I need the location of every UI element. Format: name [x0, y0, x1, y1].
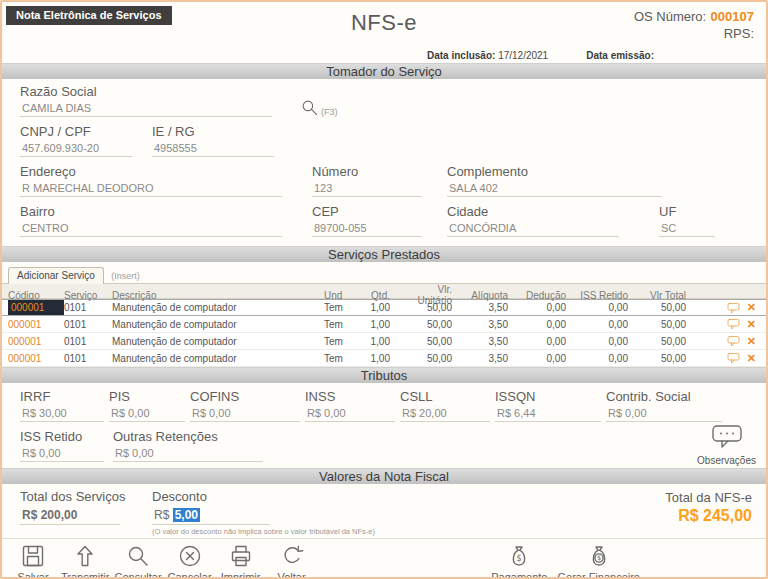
- csll-input[interactable]: R$ 20,00: [400, 407, 490, 422]
- cell-vlr-unitario: 50,00: [404, 319, 466, 330]
- cancelar-button[interactable]: Cancelar: [167, 543, 213, 579]
- cell-descricao: Manutenção de computador: [112, 302, 324, 313]
- cell-codigo: 000001: [8, 353, 64, 364]
- imprimir-button[interactable]: Imprimir: [218, 543, 264, 579]
- cofins-field: COFINS R$ 0,00: [190, 389, 300, 422]
- search-icon: [300, 98, 319, 117]
- bairro-label: Bairro: [20, 204, 282, 219]
- irrf-label: IRRF: [20, 389, 104, 404]
- cnpj-input[interactable]: 457.609.930-20: [20, 142, 132, 157]
- complemento-input[interactable]: SALA 402: [447, 182, 662, 197]
- cell-vlr-unitario: 50,00: [404, 336, 466, 347]
- os-number-label: OS Número:: [634, 9, 706, 24]
- cell-iss-retido: 0,00: [580, 353, 642, 364]
- cell-und: Tem: [324, 302, 360, 313]
- ie-rg-label: IE / RG: [152, 124, 274, 139]
- col-servico: Serviço: [64, 290, 112, 301]
- desconto-selected-text: 5,00: [173, 508, 200, 522]
- cidade-input[interactable]: CONCÓRDIA: [447, 222, 619, 237]
- issqn-input[interactable]: R$ 6,44: [495, 407, 601, 422]
- consultar-button[interactable]: Consultar: [114, 543, 161, 579]
- row-comment-icon[interactable]: [727, 302, 740, 314]
- section-header-valores: Valores da Nota Fiscal: [2, 468, 766, 484]
- row-delete-icon[interactable]: ✕: [747, 302, 756, 313]
- save-icon: [20, 543, 46, 569]
- gerar-financeiro-button[interactable]: $ Gerar Financeiro: [557, 543, 640, 579]
- voltar-button[interactable]: Voltar: [269, 543, 315, 579]
- csll-field: CSLL R$ 20,00: [400, 389, 490, 422]
- table-row[interactable]: 000001 0101 Manutenção de computador Tem…: [2, 299, 766, 316]
- table-row[interactable]: 000001 0101 Manutenção de computador Tem…: [2, 333, 766, 350]
- servicos-tabrow: Adicionar Serviço (Insert): [2, 262, 766, 283]
- toolbar: Salvar Transmitir Consultar Cancelar: [2, 538, 766, 579]
- ie-rg-input[interactable]: 4958555: [152, 142, 274, 157]
- cell-und: Tem: [324, 353, 360, 364]
- cell-aliquota: 3,50: [466, 319, 522, 330]
- row-delete-icon[interactable]: ✕: [747, 319, 756, 330]
- salvar-button[interactable]: Salvar: [10, 543, 56, 579]
- row-comment-icon[interactable]: [727, 352, 740, 364]
- pis-input[interactable]: R$ 0,00: [109, 407, 185, 422]
- cell-iss-retido: 0,00: [580, 319, 642, 330]
- data-inclusao-label: Data inclusão:: [427, 50, 495, 61]
- bairro-input[interactable]: CENTRO: [20, 222, 282, 237]
- svg-text:$: $: [597, 554, 601, 562]
- cell-und: Tem: [324, 319, 360, 330]
- consultar-label: Consultar: [114, 571, 161, 579]
- inss-input[interactable]: R$ 0,00: [305, 407, 395, 422]
- cell-vlr-total: 50,00: [642, 353, 700, 364]
- data-emissao-label: Data emissão:: [586, 50, 654, 61]
- col-qtd: Qtd.: [360, 290, 404, 301]
- observacoes-button[interactable]: Observações: [697, 423, 756, 466]
- iss-retido-input[interactable]: R$ 0,00: [20, 447, 104, 462]
- data-emissao: Data emissão:: [586, 50, 654, 61]
- cancelar-label: Cancelar: [168, 571, 212, 579]
- irrf-input[interactable]: R$ 30,00: [20, 407, 104, 422]
- cell-descricao: Manutenção de computador: [112, 319, 324, 330]
- endereco-field: Endereço R MARECHAL DEODORO: [20, 164, 282, 197]
- rps-label: RPS:: [634, 25, 754, 42]
- cep-input[interactable]: 89700-055: [312, 222, 422, 237]
- customer-search-button[interactable]: (F3): [300, 98, 338, 117]
- transmitir-button[interactable]: Transmitir: [61, 543, 109, 579]
- endereco-input[interactable]: R MARECHAL DEODORO: [20, 182, 282, 197]
- cell-deducao: 0,00: [522, 319, 580, 330]
- table-row[interactable]: 000001 0101 Manutenção de computador Tem…: [2, 350, 766, 367]
- pagamento-button[interactable]: $ Pagamento: [491, 543, 547, 579]
- numero-input[interactable]: 123: [312, 182, 422, 197]
- total-nfse-value: R$ 245,00: [665, 507, 752, 525]
- inss-field: INSS R$ 0,00: [305, 389, 395, 422]
- cell-iss-retido: 0,00: [580, 302, 642, 313]
- os-number-value: 000107: [711, 9, 754, 24]
- contrib-social-label: Contrib. Social: [606, 389, 722, 404]
- contrib-social-input[interactable]: R$ 0,00: [606, 407, 722, 422]
- desconto-field: Desconto R$ 5,00 (O valor do desconto nã…: [152, 489, 375, 536]
- svg-text:$: $: [517, 553, 522, 563]
- table-row[interactable]: 000001 0101 Manutenção de computador Tem…: [2, 316, 766, 333]
- razao-social-label: Razão Social: [20, 84, 272, 99]
- toolbar-right-group: $ Pagamento $ Gerar Financeiro: [491, 543, 640, 579]
- irrf-field: IRRF R$ 30,00: [20, 389, 104, 422]
- total-servicos-value: R$ 200,00: [20, 507, 120, 525]
- row-comment-icon[interactable]: [727, 318, 740, 330]
- row-delete-icon[interactable]: ✕: [747, 353, 756, 364]
- pagamento-label: Pagamento: [491, 571, 547, 579]
- cell-vlr-unitario: 50,00: [404, 302, 466, 313]
- outras-retencoes-input[interactable]: R$ 0,00: [113, 447, 263, 462]
- cell-und: Tem: [324, 336, 360, 347]
- row-delete-icon[interactable]: ✕: [747, 336, 756, 347]
- bairro-field: Bairro CENTRO: [20, 204, 282, 237]
- razao-social-input[interactable]: CAMILA DIAS: [20, 102, 272, 117]
- desconto-input[interactable]: R$ 5,00: [152, 507, 270, 525]
- cell-servico: 0101: [64, 336, 112, 347]
- complemento-field: Complemento SALA 402: [447, 164, 662, 197]
- cell-qtd: 1,00: [360, 319, 404, 330]
- cell-deducao: 0,00: [522, 302, 580, 313]
- cell-descricao: Manutenção de computador: [112, 353, 324, 364]
- row-comment-icon[interactable]: [727, 335, 740, 347]
- section-header-tomador: Tomador do Serviço: [2, 63, 766, 79]
- col-vlr-total: Vlr Total: [642, 290, 700, 301]
- uf-input[interactable]: SC: [659, 222, 715, 237]
- add-service-button[interactable]: Adicionar Serviço: [8, 267, 104, 284]
- cofins-input[interactable]: R$ 0,00: [190, 407, 300, 422]
